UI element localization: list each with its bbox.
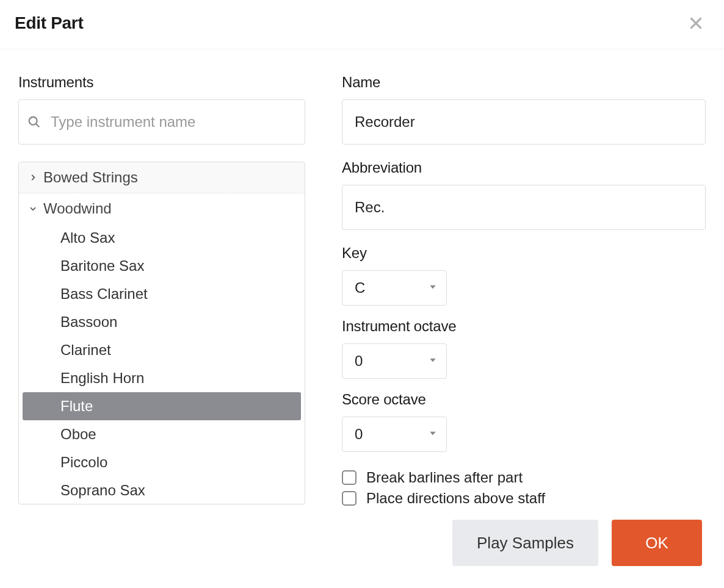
dialog-body: Instruments Bowed Strings Woodwind Alto [0,49,724,511]
instrument-tree[interactable]: Bowed Strings Woodwind Alto Sax Baritone… [18,162,305,504]
tree-item[interactable]: Baritone Sax [19,252,305,280]
checkbox-icon [342,491,357,506]
tree-group-woodwind[interactable]: Woodwind [19,193,305,224]
tree-item[interactable]: Soprano Sax [19,476,305,504]
ok-button[interactable]: OK [612,520,702,566]
checkbox-label: Place directions above staff [366,490,545,507]
instrument-octave-label: Instrument octave [342,318,706,335]
dialog-footer: Play Samples OK [452,520,702,566]
place-directions-checkbox[interactable]: Place directions above staff [342,490,706,507]
search-icon [27,115,41,129]
dialog-header: Edit Part [0,0,724,49]
chevron-down-icon [29,204,37,213]
key-select[interactable]: C [342,270,447,306]
score-octave-button[interactable]: 0 [342,417,447,452]
instrument-search[interactable] [18,99,305,145]
edit-part-dialog: Edit Part Instruments Bowed Strings [0,0,724,588]
tree-group-label: Woodwind [43,200,112,217]
tree-group-label: Bowed Strings [43,169,138,186]
tree-item[interactable]: Piccolo [19,448,305,476]
tree-item[interactable]: Bass Clarinet [19,280,305,308]
play-samples-button[interactable]: Play Samples [452,520,598,566]
woodwind-items: Alto Sax Baritone Sax Bass Clarinet Bass… [19,224,305,504]
svg-point-2 [29,117,37,125]
checkbox-icon [342,470,357,485]
name-label: Name [342,74,706,91]
svg-line-3 [36,124,40,127]
score-octave-label: Score octave [342,391,706,408]
tree-item[interactable]: Bassoon [19,308,305,336]
tree-item[interactable]: English Horn [19,364,305,392]
instruments-panel: Instruments Bowed Strings Woodwind Alto [18,74,305,511]
tree-item[interactable]: Alto Sax [19,224,305,252]
instrument-octave-button[interactable]: 0 [342,343,447,379]
key-label: Key [342,245,706,262]
key-select-button[interactable]: C [342,270,447,306]
break-barlines-checkbox[interactable]: Break barlines after part [342,469,706,486]
checkbox-label: Break barlines after part [366,469,523,486]
instrument-octave-select[interactable]: 0 [342,343,447,379]
chevron-right-icon [29,173,37,182]
tree-group-bowed-strings[interactable]: Bowed Strings [19,162,305,193]
tree-item[interactable]: Oboe [19,420,305,448]
score-octave-select[interactable]: 0 [342,417,447,452]
dialog-title: Edit Part [15,13,83,33]
search-input[interactable] [49,113,296,131]
abbreviation-label: Abbreviation [342,159,706,176]
part-details-panel: Name Abbreviation Key C Instrument octav… [342,74,706,511]
name-field[interactable] [342,99,706,145]
close-icon[interactable] [685,12,707,34]
instruments-label: Instruments [18,74,305,91]
tree-item-selected[interactable]: Flute [23,392,301,420]
abbreviation-field[interactable] [342,185,706,230]
tree-item[interactable]: Clarinet [19,336,305,364]
